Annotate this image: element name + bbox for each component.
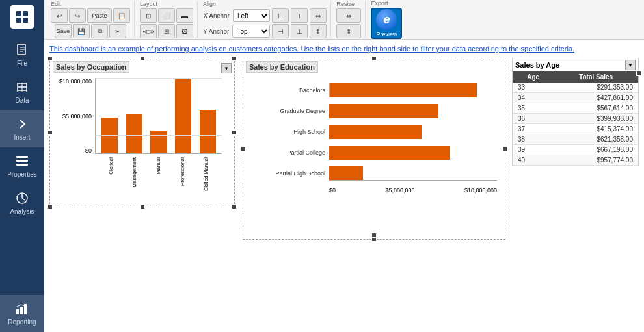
x-anchor-select[interactable]: LeftCenterRight [233,9,270,22]
svg-rect-1 [23,11,28,16]
layout-btn4[interactable]: «□» [140,24,157,38]
sales-cell: $567,614.00 [554,103,638,114]
table-row: 35$567,614.00 [513,103,638,114]
age-chart-title: Sales by Age [515,61,559,69]
y-label-top: $10,000,000 [59,78,92,84]
svg-rect-18 [16,309,19,314]
paste-button[interactable]: Paste [87,8,112,23]
save2-button[interactable]: 💾 [73,24,90,38]
sidebar-item-properties[interactable]: Properties [0,147,44,185]
sidebar-item-data[interactable]: Data [0,73,44,110]
x-label-professional: Professional [170,155,195,192]
analysis-icon [15,191,29,205]
occupation-expand-btn[interactable]: ▼ [221,63,232,73]
layout-btn1[interactable]: ⊡ [140,8,157,23]
svg-rect-16 [16,164,28,166]
layout-btn2[interactable]: ⬜ [158,8,175,23]
grid-line-mid [95,135,222,136]
sel-handle-tr[interactable] [232,56,237,61]
education-chart-box[interactable]: Sales by Education Bachelors [243,58,505,240]
align-v3[interactable]: ⇕ [310,24,327,38]
resize-btn2[interactable]: ⇕ [336,24,361,38]
align-v2[interactable]: ⊥ [291,24,308,38]
x-label-manual: Manual [146,155,170,192]
align-v1[interactable]: ⊣ [272,24,289,38]
redo-button[interactable]: ↪ [69,8,86,23]
edu-sel-handle-tm[interactable] [371,56,377,61]
edu-x-axis: $0 $5,000,000 $10,000,000 [251,187,497,194]
table-row: 37$415,374.00 [513,124,638,134]
age-cell: 33 [513,83,554,93]
align-group-label: Align [203,1,216,7]
table-row: 34$427,861.00 [513,93,638,103]
layout-btn5[interactable]: ⊞ [158,24,175,38]
bar-clerical [100,78,120,153]
edu-x-0: $0 [329,187,336,194]
toolbar-resize-group: Resize ⇔ ⇕ [332,1,366,38]
align-h1[interactable]: ⊢ [272,8,289,23]
layout-btn3[interactable]: ▬ [176,8,193,23]
svg-rect-15 [16,160,28,162]
sidebar-item-file[interactable]: File [0,36,44,73]
bar-manual-fill [150,131,167,153]
sel-handle-mr[interactable] [232,130,237,135]
y-label-bot: $0 [85,147,92,154]
layout-btn6[interactable]: 🖼 [176,24,193,38]
edu-sel-handle-ml[interactable] [241,146,246,151]
age-table: Sales by Age ▼ Age Total Sales [512,58,639,166]
sidebar-item-reporting[interactable]: Reporting [0,295,44,332]
sel-handle-br[interactable] [232,204,237,209]
svg-rect-19 [20,307,23,314]
data-icon [15,80,29,94]
table-row: 36$399,938.00 [513,114,638,124]
clipboard-button[interactable]: 📋 [113,8,130,23]
sales-cell: $399,938.00 [554,114,638,124]
save-button[interactable]: Save [55,24,72,38]
y-anchor-label: Y Anchor [203,28,229,35]
hbar-partialhs-fill [329,166,363,180]
sidebar-item-analysis[interactable]: Analysis [0,185,44,222]
align-h2[interactable]: ⊤ [291,8,308,23]
hbar-highschool-fill [329,125,422,139]
bar-management [124,78,145,153]
sidebar-item-insert[interactable]: Insert [0,110,44,147]
y-axis-labels: $10,000,000 $5,000,000 $0 [53,78,94,154]
age-sel-handle-mr[interactable] [636,71,641,76]
toolbar-layout-group: Layout ⊡ ⬜ ▬ «□» ⊞ 🖼 [136,1,198,38]
x-anchor-label: X Anchor [203,12,230,19]
sidebar-file-label: File [17,60,27,67]
sel-handle-bl[interactable] [47,204,53,209]
table-row: 40$957,774.00 [513,155,638,166]
file-icon [15,43,29,57]
bars-area [95,78,222,154]
sidebar-reporting-label: Reporting [8,318,36,326]
edu-sel-handle-mr[interactable] [502,146,507,151]
sel-handle-bm[interactable] [140,204,145,209]
cut-button[interactable]: ✂ [109,24,126,38]
sel-handle-ml[interactable] [47,130,53,135]
toolbar-align-group: Align X Anchor LeftCenterRight ⊢ ⊤ ⇔ Y A… [199,1,331,38]
occupation-chart-box[interactable]: Sales by Occupation ▼ $10,000,000 $5,000… [49,58,235,207]
sales-cell: $957,774.00 [554,155,638,166]
preview-button[interactable]: e Preview [371,8,402,39]
properties-icon [15,154,29,168]
copy-button[interactable]: ⧉ [91,24,108,38]
age-expand-btn[interactable]: ▼ [625,60,636,70]
edu-x-5m: $5,000,000 [385,187,414,194]
resize-btn1[interactable]: ⇔ [336,8,361,23]
align-h3[interactable]: ⇔ [310,8,327,23]
sales-col-header: Total Sales [554,71,638,83]
sidebar-data-label: Data [15,97,29,104]
resize-group-label: Resize [336,1,355,7]
y-anchor-select[interactable]: TopMiddleBottom [232,25,270,38]
sel-handle-tm[interactable] [140,56,145,61]
sales-cell: $415,374.00 [554,124,638,134]
y-label-mid: $5,000,000 [62,113,92,120]
bar-professional-fill [175,79,191,153]
chevron-right-icon [15,117,29,131]
sel-handle-tl[interactable] [47,56,53,61]
bar-management-fill [126,114,142,153]
x-label-skilled: Skilled Manual [194,155,218,192]
edu-bottom-handle[interactable] [371,233,377,238]
undo-button[interactable]: ↩ [51,8,68,23]
